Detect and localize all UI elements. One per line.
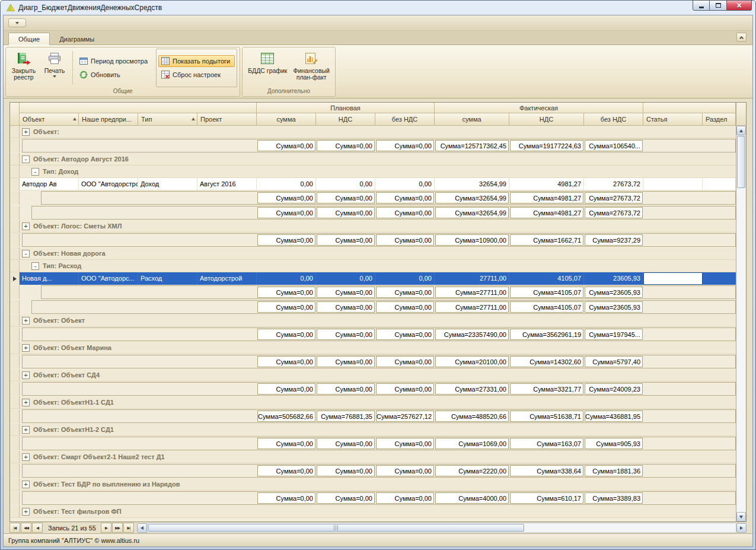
expand-icon[interactable]: + <box>22 128 30 136</box>
data-cell[interactable]: 4981,27 <box>509 178 584 190</box>
qat-more-button[interactable] <box>8 18 26 27</box>
summary-value: Сумма=0,00 <box>376 356 434 367</box>
column-header[interactable]: Объект <box>20 113 79 126</box>
data-cell[interactable]: ООО "Автодорс... <box>79 272 138 285</box>
column-header[interactable]: сумма <box>435 113 509 126</box>
expand-icon[interactable]: + <box>22 222 30 230</box>
column-header[interactable]: НДС <box>509 113 584 126</box>
group-row[interactable]: +Объект: Тест фильтров ФП <box>10 506 736 518</box>
bdds-chart-button[interactable]: БДДС график <box>245 49 290 87</box>
data-cell[interactable] <box>703 178 736 190</box>
vertical-scroll-track[interactable] <box>736 135 746 512</box>
collapse-icon[interactable]: - <box>31 262 39 270</box>
view-period-button[interactable]: Период просмотра <box>76 55 152 67</box>
expand-icon[interactable]: + <box>22 426 30 434</box>
data-cell[interactable]: Август 2016 <box>197 178 257 190</box>
horizontal-scroll-track[interactable] <box>147 523 736 533</box>
group-row[interactable]: +Объект: ОбъектН1-1 СД1 <box>10 396 736 409</box>
data-cell[interactable]: 0,00 <box>257 178 316 190</box>
data-cell[interactable]: Расход <box>138 272 197 285</box>
prev-record-button[interactable]: ◀ <box>32 523 43 533</box>
titlebar[interactable]: Диагр_БюджетДвиженияДенежныхСредств <box>3 1 753 15</box>
next-record-button[interactable]: ▶ <box>101 523 111 533</box>
data-cell[interactable]: 32654,99 <box>435 178 509 190</box>
data-row[interactable]: Автодор АвООО "АвтодорстроДоходАвгуст 20… <box>10 178 736 190</box>
scroll-down-button[interactable] <box>736 512 746 522</box>
group-row[interactable]: +Объект: Объект Марина <box>10 342 736 354</box>
column-header[interactable]: Наше предпри... <box>79 113 138 126</box>
print-button[interactable]: Печать <box>39 49 70 87</box>
data-cell[interactable]: 0,00 <box>257 272 316 285</box>
data-cell[interactable]: 27711,00 <box>435 272 509 285</box>
group-row[interactable]: +Объект: Объект <box>10 314 736 327</box>
horizontal-scrollbar[interactable] <box>137 523 747 533</box>
data-cell[interactable] <box>643 272 703 285</box>
ribbon-tab-general[interactable]: Общие <box>8 33 50 45</box>
plan-fact-button[interactable]: Финансовыйплан-факт <box>290 49 332 87</box>
data-cell[interactable]: 0,00 <box>375 178 435 190</box>
data-cell[interactable]: 0,00 <box>316 272 375 285</box>
group-row[interactable]: -Объект: Новая дорога <box>10 247 736 260</box>
last-record-button[interactable]: ▶| <box>123 523 134 533</box>
column-header[interactable]: Раздел <box>703 113 736 126</box>
data-cell[interactable] <box>643 178 703 190</box>
group-row[interactable]: +Объект: ОбъектН1-2 СД1 <box>10 424 736 436</box>
expand-icon[interactable]: + <box>22 317 30 325</box>
reset-settings-button[interactable]: Сброс настроек <box>158 69 235 81</box>
data-cell[interactable]: Автодор Ав <box>20 178 79 190</box>
collapse-icon[interactable]: - <box>31 168 39 176</box>
vertical-scroll-thumb[interactable] <box>737 136 745 188</box>
refresh-button[interactable]: Обновить <box>76 69 152 81</box>
column-header[interactable]: НДС <box>316 113 375 126</box>
minimize-button[interactable] <box>693 0 710 11</box>
expand-icon[interactable]: + <box>22 508 30 516</box>
show-subtotals-button[interactable]: Показать подытоги <box>158 55 235 67</box>
group-row[interactable]: +Объект: Объект СД4 <box>10 369 736 381</box>
scroll-up-button[interactable] <box>736 126 746 135</box>
data-cell[interactable]: Автодорстрой <box>197 272 257 285</box>
group-row[interactable]: +Объект: <box>10 126 736 138</box>
data-cell[interactable]: 4105,07 <box>509 272 584 285</box>
group-row[interactable]: +Объект: Тест БДР по выплнению из Нарядо… <box>10 478 736 491</box>
data-cell[interactable] <box>703 272 736 285</box>
expand-icon[interactable]: + <box>22 453 30 461</box>
scroll-left-button[interactable] <box>137 523 147 533</box>
column-header[interactable]: без НДС <box>375 113 435 126</box>
column-header[interactable]: Статья <box>643 113 703 126</box>
horizontal-scroll-thumb[interactable] <box>148 524 524 532</box>
app-icon[interactable] <box>6 3 15 12</box>
data-row[interactable]: Новая д...ООО "Автодорс...РасходАвтодорс… <box>10 272 736 285</box>
column-header[interactable]: Тип <box>138 113 197 126</box>
data-cell[interactable]: 0,00 <box>375 272 435 285</box>
expand-icon[interactable]: + <box>22 371 30 379</box>
expand-icon[interactable]: + <box>22 399 30 406</box>
column-header[interactable]: Проект <box>197 113 257 126</box>
column-header[interactable]: без НДС <box>584 113 643 126</box>
group-row[interactable]: +Объект: Смарт Объект2-1 Наше2 тест Д1 <box>10 451 736 463</box>
close-register-button[interactable]: Закрытьреестр <box>8 49 39 87</box>
group-row[interactable]: -Тип: Доход <box>10 166 736 178</box>
data-cell[interactable]: 0,00 <box>316 178 375 190</box>
ribbon-collapse-button[interactable] <box>736 33 747 42</box>
ribbon-tab-diagrams[interactable]: Диаграммы <box>50 33 104 44</box>
first-record-button[interactable]: |◀ <box>9 523 20 533</box>
data-cell[interactable]: 23605,93 <box>584 272 643 285</box>
group-row[interactable]: -Объект: Автодор Август 2016 <box>10 153 736 166</box>
next-page-record-button[interactable]: ▶▶ <box>112 523 123 533</box>
close-button[interactable] <box>727 0 752 11</box>
collapse-icon[interactable]: - <box>22 155 30 163</box>
expand-icon[interactable]: + <box>22 481 30 488</box>
group-row[interactable]: +Объект: Логос: Сметы ХМЛ <box>10 220 736 233</box>
data-cell[interactable]: Новая д... <box>20 272 79 285</box>
maximize-button[interactable] <box>710 0 727 11</box>
data-cell[interactable]: 27673,72 <box>584 178 643 190</box>
scroll-right-button[interactable] <box>736 523 747 533</box>
column-header[interactable]: сумма <box>257 113 316 126</box>
vertical-scrollbar[interactable] <box>736 103 746 522</box>
prev-page-record-button[interactable]: ◀◀ <box>21 523 31 533</box>
group-row[interactable]: -Тип: Расход <box>10 260 736 272</box>
data-cell[interactable]: Доход <box>138 178 197 190</box>
expand-icon[interactable]: + <box>22 344 30 352</box>
collapse-icon[interactable]: - <box>22 250 30 257</box>
data-cell[interactable]: ООО "Автодорстро <box>79 178 138 190</box>
